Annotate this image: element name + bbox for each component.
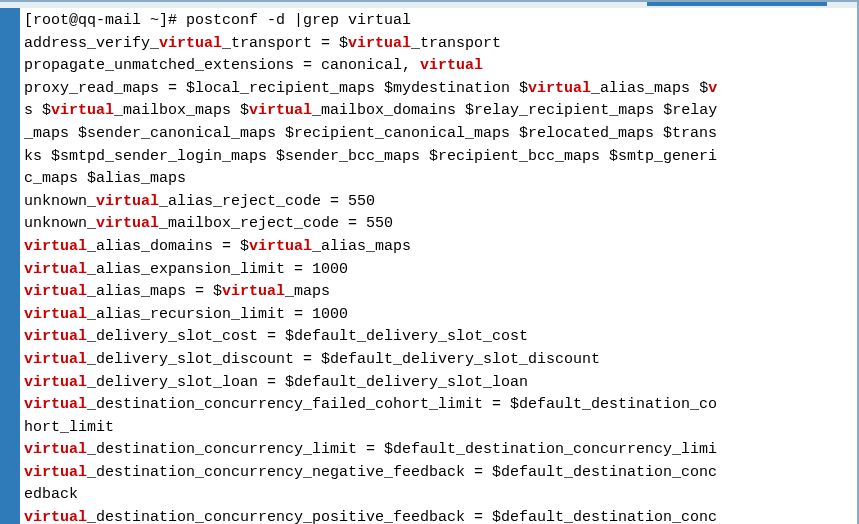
grep-match: virtual: [249, 102, 312, 119]
output-line: virtual_delivery_slot_discount = $defaul…: [24, 349, 853, 372]
output-text: _alias_maps: [312, 238, 411, 255]
grep-match: virtual: [24, 351, 87, 368]
output-line: virtual_destination_concurrency_negative…: [24, 462, 853, 485]
output-text: _maps: [285, 283, 330, 300]
grep-match: virtual: [249, 238, 312, 255]
output-line: virtual_delivery_slot_loan = $default_de…: [24, 372, 853, 395]
output-line: ks $smtpd_sender_login_maps $sender_bcc_…: [24, 146, 853, 169]
output-line: unknown_virtual_alias_reject_code = 550: [24, 191, 853, 214]
output-line: virtual_destination_concurrency_failed_c…: [24, 394, 853, 417]
output-line: virtual_delivery_slot_cost = $default_de…: [24, 326, 853, 349]
output-line: unknown_virtual_mailbox_reject_code = 55…: [24, 213, 853, 236]
grep-match: virtual: [24, 509, 87, 524]
output-line: virtual_alias_maps = $virtual_maps: [24, 281, 853, 304]
grep-match: virtual: [24, 396, 87, 413]
output-text: hort_limit: [24, 419, 114, 436]
output-text: ks $smtpd_sender_login_maps $sender_bcc_…: [24, 148, 717, 165]
output-text: unknown_: [24, 193, 96, 210]
output-text: _alias_domains = $: [87, 238, 249, 255]
output-line: address_verify_virtual_transport = $virt…: [24, 33, 853, 56]
titlebar-accent: [647, 2, 827, 6]
output-line: virtual_destination_concurrency_positive…: [24, 507, 853, 524]
output-text: edback: [24, 486, 78, 503]
grep-match: virtual: [24, 283, 87, 300]
output-line: virtual_alias_domains = $virtual_alias_m…: [24, 236, 853, 259]
output-text: _destination_concurrency_failed_cohort_l…: [87, 396, 717, 413]
output-text: _destination_concurrency_limit = $defaul…: [87, 441, 717, 458]
output-text: _alias_expansion_limit = 1000: [87, 261, 348, 278]
output-text: _alias_maps $: [591, 80, 708, 97]
grep-match: virtual: [222, 283, 285, 300]
output-text: _mailbox_maps $: [114, 102, 249, 119]
grep-match: virtual: [24, 441, 87, 458]
output-text: _destination_concurrency_negative_feedba…: [87, 464, 717, 481]
output-line: edback: [24, 484, 853, 507]
output-text: _mailbox_domains $relay_recipient_maps $…: [312, 102, 717, 119]
output-line: virtual_destination_concurrency_limit = …: [24, 439, 853, 462]
output-text: _alias_maps = $: [87, 283, 222, 300]
output-text: _maps $sender_canonical_maps $recipient_…: [24, 125, 717, 142]
output-text: c_maps $alias_maps: [24, 170, 186, 187]
output-text: _delivery_slot_cost = $default_delivery_…: [87, 328, 528, 345]
grep-match: virtual: [24, 238, 87, 255]
output-text: _mailbox_reject_code = 550: [159, 215, 393, 232]
grep-match: virtual: [24, 464, 87, 481]
output-line: hort_limit: [24, 417, 853, 440]
output-text: propagate_unmatched_extensions = canonic…: [24, 57, 420, 74]
grep-match: virtual: [96, 215, 159, 232]
output-line: proxy_read_maps = $local_recipient_maps …: [24, 78, 853, 101]
output-line: virtual_alias_recursion_limit = 1000: [24, 304, 853, 327]
shell-prompt-line: [root@qq-mail ~]# postconf -d |grep virt…: [24, 10, 853, 33]
grep-match: virtual: [159, 35, 222, 52]
output-line: c_maps $alias_maps: [24, 168, 853, 191]
terminal-output[interactable]: [root@qq-mail ~]# postconf -d |grep virt…: [20, 8, 857, 524]
output-text: _alias_recursion_limit = 1000: [87, 306, 348, 323]
output-text: _delivery_slot_discount = $default_deliv…: [87, 351, 600, 368]
grep-match: virtual: [420, 57, 483, 74]
window-left-border: [0, 8, 20, 524]
output-text: _delivery_slot_loan = $default_delivery_…: [87, 374, 528, 391]
output-line: propagate_unmatched_extensions = canonic…: [24, 55, 853, 78]
output-text: _destination_concurrency_positive_feedba…: [87, 509, 717, 524]
grep-match: virtual: [24, 374, 87, 391]
grep-match: virtual: [24, 306, 87, 323]
output-line: _maps $sender_canonical_maps $recipient_…: [24, 123, 853, 146]
output-line: s $virtual_mailbox_maps $virtual_mailbox…: [24, 100, 853, 123]
output-text: s $: [24, 102, 51, 119]
output-text: _transport = $: [222, 35, 348, 52]
output-line: virtual_alias_expansion_limit = 1000: [24, 259, 853, 282]
output-text: _alias_reject_code = 550: [159, 193, 375, 210]
output-text: address_verify_: [24, 35, 159, 52]
grep-match: virtual: [24, 261, 87, 278]
output-text: unknown_: [24, 215, 96, 232]
grep-match: virtual: [24, 328, 87, 345]
grep-match: virtual: [51, 102, 114, 119]
output-text: _transport: [411, 35, 501, 52]
terminal-window: [root@qq-mail ~]# postconf -d |grep virt…: [0, 0, 859, 524]
grep-match: virtual: [528, 80, 591, 97]
grep-match: v: [708, 80, 717, 97]
grep-match: virtual: [96, 193, 159, 210]
grep-match: virtual: [348, 35, 411, 52]
output-text: proxy_read_maps = $local_recipient_maps …: [24, 80, 528, 97]
